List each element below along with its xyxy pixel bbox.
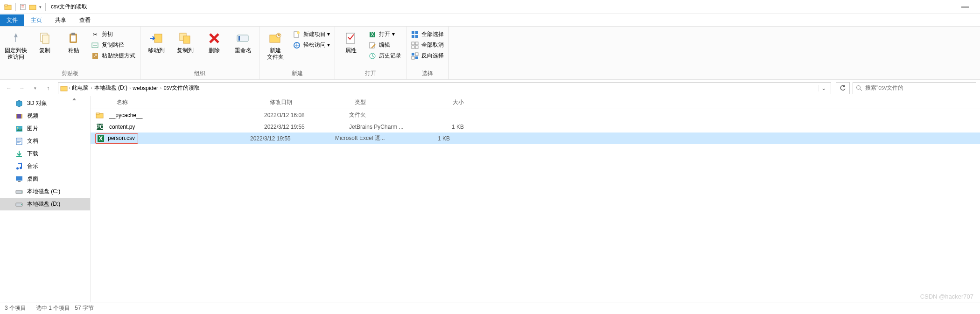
sidebar-item-0[interactable]: 3D 对象 — [0, 97, 90, 110]
status-item-count: 3 个项目 — [5, 304, 26, 312]
tab-home[interactable]: 主页 — [24, 14, 49, 26]
search-box[interactable]: 搜索"csv文件的 — [853, 82, 976, 94]
select-all-button[interactable]: 全部选择 — [410, 30, 445, 39]
tab-share[interactable]: 共享 — [49, 14, 73, 26]
copy-button[interactable]: 复制 — [33, 28, 57, 54]
download-icon — [15, 150, 23, 158]
titlebar: ▾ csv文件的读取 — — [0, 0, 980, 14]
select-none-button[interactable]: 全部取消 — [410, 41, 445, 49]
sidebar-item-2[interactable]: 图片 — [0, 122, 90, 135]
file-icon: PC — [95, 122, 105, 132]
svg-point-48 — [20, 167, 22, 169]
sidebar-item-7[interactable]: 本地磁盘 (C:) — [0, 185, 90, 198]
paste-button[interactable]: 粘贴 — [62, 28, 86, 54]
pin-icon — [8, 30, 24, 46]
qat-dropdown-icon[interactable]: ▾ — [39, 5, 42, 9]
svg-rect-42 — [16, 114, 17, 119]
file-rows: __pycache__2022/3/12 16:08文件夹PCcontent.p… — [91, 109, 980, 144]
sidebar-item-3[interactable]: 文档 — [0, 135, 90, 147]
group-label-organize: 组织 — [144, 69, 255, 78]
edit-button[interactable]: 编辑 — [368, 41, 402, 49]
cut-button[interactable]: ✂剪切 — [91, 30, 136, 39]
sidebar-item-label: 3D 对象 — [27, 99, 47, 107]
recent-locations-button[interactable]: ▾ — [30, 83, 40, 93]
crumb-current[interactable]: csv文件的读取 — [162, 84, 201, 92]
col-date[interactable]: 修改日期 — [264, 98, 349, 106]
refresh-button[interactable] — [836, 82, 850, 94]
tab-view[interactable]: 查看 — [73, 14, 97, 26]
sidebar-item-6[interactable]: 桌面 — [0, 173, 90, 185]
rename-button[interactable]: 重命名 — [231, 28, 255, 54]
col-type[interactable]: 类型 — [349, 98, 417, 106]
sidebar-item-1[interactable]: 视频 — [0, 110, 90, 122]
address-dropdown[interactable]: ⌄ — [818, 85, 829, 91]
history-button[interactable]: 历史记录 — [368, 51, 402, 60]
new-folder-button[interactable]: ★新建 文件夹 — [263, 28, 287, 60]
copy-to-button[interactable]: 复制到 — [173, 28, 197, 54]
group-label-clipboard: 剪贴板 — [4, 69, 136, 78]
minimize-button[interactable]: — — [961, 3, 969, 11]
tab-file[interactable]: 文件 — [0, 14, 24, 26]
crumb-drive-d[interactable]: 本地磁盘 (D:)› — [93, 84, 132, 92]
file-row[interactable]: PCcontent.py2022/3/12 19:55JetBrains PyC… — [91, 121, 980, 133]
svg-point-52 — [21, 191, 22, 192]
svg-text:X: X — [99, 135, 103, 142]
crumb-webspider[interactable]: webspider› — [132, 85, 162, 91]
file-name: __pycache__ — [109, 112, 264, 119]
sidebar-item-4[interactable]: 下载 — [0, 147, 90, 160]
group-open: 属性 X打开 ▾ 编辑 历史记录 打开 — [335, 27, 406, 79]
delete-button[interactable]: 删除 — [202, 28, 226, 54]
back-button[interactable]: ← — [4, 83, 14, 93]
file-row[interactable]: __pycache__2022/3/12 16:08文件夹 — [91, 109, 980, 121]
col-name[interactable]: 名称 — [111, 98, 264, 106]
scissors-icon: ✂ — [91, 31, 99, 38]
new-item-button[interactable]: 新建项目 ▾ — [292, 30, 331, 39]
svg-rect-49 — [16, 176, 22, 181]
cube-icon — [15, 99, 23, 108]
invert-selection-button[interactable]: 反向选择 — [410, 51, 445, 60]
copy-path-button[interactable]: 复制路径 — [91, 41, 136, 49]
move-to-button[interactable]: 移动到 — [144, 28, 168, 54]
sidebar-item-label: 图片 — [27, 125, 38, 133]
group-new: ★新建 文件夹 新建项目 ▾ 轻松访问 ▾ 新建 — [259, 27, 335, 79]
qat-properties-icon[interactable] — [29, 3, 36, 11]
svg-text:PC: PC — [96, 124, 104, 130]
open-button[interactable]: X打开 ▾ — [368, 30, 402, 39]
file-date: 2022/3/12 19:55 — [264, 124, 349, 130]
svg-rect-29 — [412, 35, 414, 38]
file-type: Microsoft Excel 逗... — [335, 134, 403, 142]
file-icon — [95, 111, 105, 120]
doc-icon — [15, 137, 23, 146]
status-bytes: 57 字节 — [75, 304, 94, 312]
pin-to-quick-access-button[interactable]: 固定到快 速访问 — [4, 28, 28, 60]
file-name: content.py — [109, 124, 264, 130]
sidebar-scroll-up[interactable] — [72, 96, 74, 105]
col-size[interactable]: 大小 — [417, 98, 473, 106]
up-button[interactable]: ↑ — [43, 83, 53, 93]
svg-rect-39 — [61, 86, 67, 91]
crumb-this-pc[interactable]: 此电脑› — [71, 84, 93, 92]
crumb-root-chevron[interactable]: › — [68, 85, 71, 91]
paste-shortcut-button[interactable]: 粘贴快捷方式 — [91, 51, 136, 60]
easy-access-button[interactable]: 轻松访问 ▾ — [292, 41, 331, 49]
navigation-bar: ← → ▾ ↑ › 此电脑› 本地磁盘 (D:)› webspider› csv… — [0, 80, 980, 96]
ribbon-tabs: 文件 主页 共享 查看 — [0, 14, 980, 26]
desktop-icon — [15, 175, 23, 183]
separator — [45, 3, 46, 11]
qat-new-icon[interactable] — [20, 4, 26, 10]
sidebar-item-label: 文档 — [27, 137, 38, 145]
sidebar-item-8[interactable]: 本地磁盘 (D:) — [0, 198, 90, 210]
image-icon — [15, 125, 23, 133]
properties-button[interactable]: 属性 — [339, 28, 363, 54]
group-organize: 移动到 复制到 删除 重命名 组织 — [140, 27, 259, 79]
forward-button[interactable]: → — [17, 83, 27, 93]
address-bar[interactable]: › 此电脑› 本地磁盘 (D:)› webspider› csv文件的读取 ⌄ — [58, 82, 831, 94]
sidebar-item-5[interactable]: 音乐 — [0, 160, 90, 173]
svg-point-54 — [21, 204, 22, 205]
svg-rect-11 — [154, 34, 162, 42]
file-type: JetBrains PyCharm ... — [349, 124, 417, 130]
svg-rect-15 — [238, 36, 240, 41]
file-row[interactable]: Xperson.csv2022/3/12 19:55Microsoft Exce… — [91, 133, 980, 144]
drive-icon — [15, 200, 23, 209]
svg-rect-34 — [415, 46, 418, 49]
